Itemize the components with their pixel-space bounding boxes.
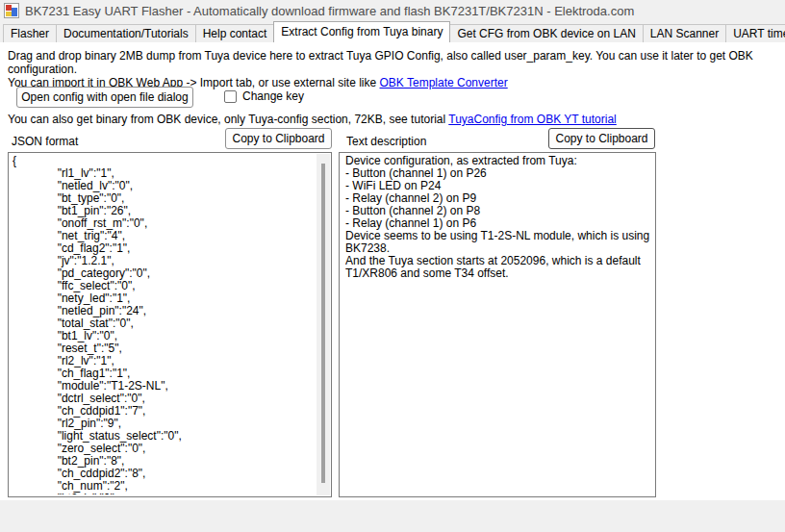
open-config-button[interactable]: Open config with open file dialog	[16, 87, 193, 108]
tab-flasher[interactable]: Flasher	[3, 24, 57, 42]
json-format-label: JSON format	[12, 135, 78, 148]
instruction-line-3: You can also get binary from OBK device,…	[8, 113, 617, 126]
tab-extract-config-from-tuya-binary[interactable]: Extract Config from Tuya binary	[273, 21, 450, 42]
instructions: Drag and drop binary 2MB dump from Tuya …	[8, 49, 781, 89]
copy-text-button[interactable]: Copy to Clipboard	[548, 128, 655, 149]
form-bottom-strip	[0, 500, 785, 532]
text-description-content[interactable]: Device configuration, as extracted from …	[345, 155, 651, 494]
json-scrollbar-thumb[interactable]	[321, 164, 325, 483]
app-icon	[4, 3, 19, 18]
change-key-checkbox[interactable]	[224, 90, 237, 103]
json-scrollbar[interactable]	[317, 154, 330, 495]
instruction-line-1: Drag and drop binary 2MB dump from Tuya …	[8, 49, 781, 76]
tab-documentation-tutorials[interactable]: Documentation/Tutorials	[56, 24, 196, 42]
obk-template-converter-link[interactable]: OBK Template Converter	[380, 76, 508, 89]
extract-config-page: Drag and drop binary 2MB dump from Tuya …	[0, 42, 785, 500]
change-key-row: Change key	[224, 89, 304, 103]
tab-uart-timeouts[interactable]: UART timeouts	[725, 24, 785, 42]
tuyaconfig-tutorial-link[interactable]: TuyaConfig from OBK YT tutorial	[448, 113, 617, 126]
window-title: BK7231 Easy UART Flasher - Automatically…	[25, 4, 634, 18]
tab-lan-scanner[interactable]: LAN Scanner	[643, 24, 726, 42]
title-bar: BK7231 Easy UART Flasher - Automatically…	[0, 0, 785, 21]
tab-help-contact[interactable]: Help contact	[195, 24, 275, 42]
json-format-content[interactable]: { "rl1_lv":"1", "netled_lv":"0", "bt_typ…	[13, 155, 314, 494]
tab-strip: Flasher Documentation/Tutorials Help con…	[0, 21, 785, 42]
change-key-label: Change key	[242, 89, 304, 103]
copy-json-button[interactable]: Copy to Clipboard	[225, 128, 332, 149]
json-format-textbox[interactable]: { "rl1_lv":"1", "netled_lv":"0", "bt_typ…	[8, 152, 332, 497]
tab-get-cfg-from-obk-device-on-lan[interactable]: Get CFG from OBK device on LAN	[449, 24, 643, 42]
text-description-textbox[interactable]: Device configuration, as extracted from …	[339, 152, 656, 497]
text-description-label: Text description	[346, 135, 426, 148]
